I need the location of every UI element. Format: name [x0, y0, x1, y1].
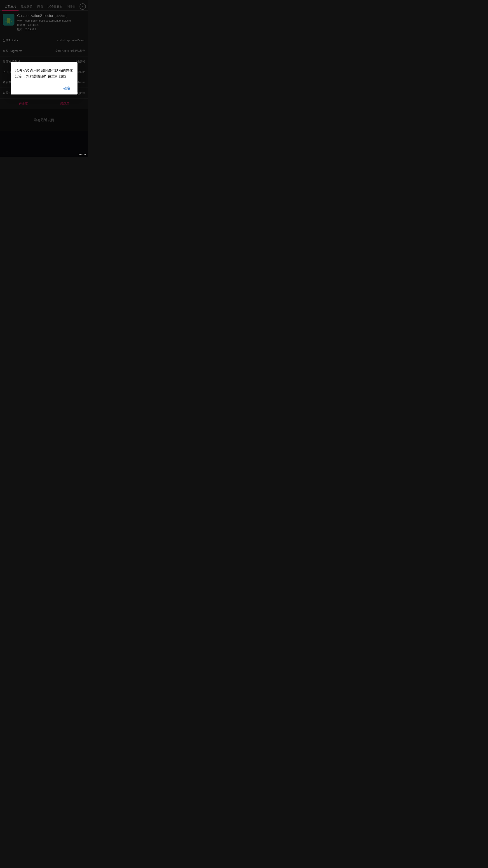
alert-dialog: 現將安裝適用於您網絡供應商的優化設定，您的裝置隨即會重新啟動。 確定 — [11, 62, 77, 94]
dialog-actions: 確定 — [15, 85, 73, 92]
confirm-button[interactable]: 確定 — [61, 85, 73, 92]
watermark: iwd8.com — [78, 153, 87, 156]
dialog-message: 現將安裝適用於您網絡供應商的優化設定，您的裝置隨即會重新啟動。 — [15, 68, 73, 79]
dialog-overlay: 現將安裝適用於您網絡供應商的優化設定，您的裝置隨即會重新啟動。 確定 — [0, 0, 88, 157]
